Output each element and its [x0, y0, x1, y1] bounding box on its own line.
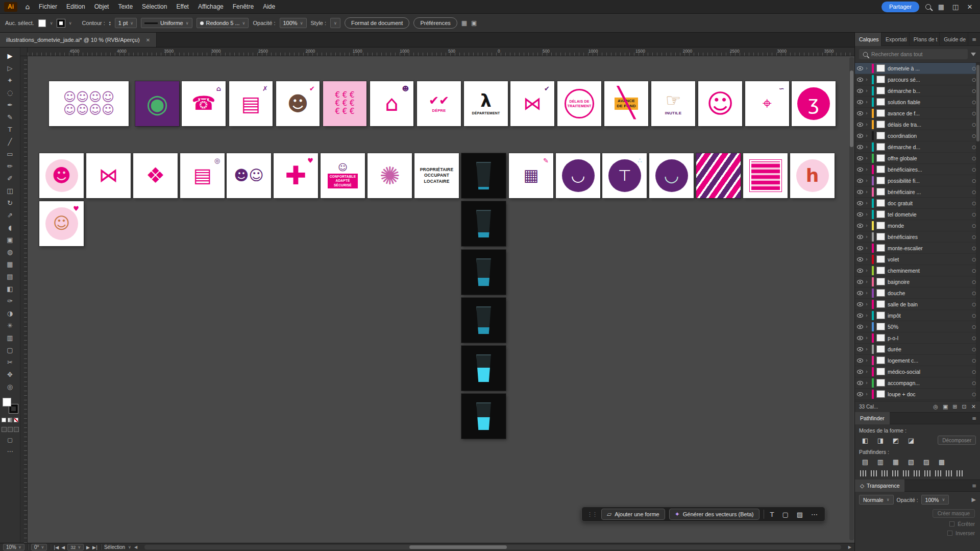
style-select[interactable]: ∨: [330, 18, 340, 28]
scrollbar-thumb[interactable]: [409, 545, 507, 549]
expand-chevron-icon[interactable]: ›: [866, 234, 869, 239]
artboard-washbasin[interactable]: ◡: [649, 153, 694, 198]
layer-row[interactable]: › impôt ○: [855, 310, 980, 321]
visibility-eye-icon[interactable]: [857, 325, 863, 329]
target-circle-icon[interactable]: ○: [972, 279, 976, 284]
expand-chevron-icon[interactable]: ›: [866, 369, 869, 374]
locate-object-icon[interactable]: ◎: [933, 403, 938, 410]
visibility-eye-icon[interactable]: [857, 347, 863, 351]
slice-tool[interactable]: ✂: [0, 356, 20, 368]
artboard-stairlift[interactable]: h: [790, 153, 835, 198]
expand-chevron-icon[interactable]: ›: [866, 166, 869, 172]
target-circle-icon[interactable]: ○: [972, 167, 976, 172]
expand-chevron-icon[interactable]: ›: [866, 211, 869, 217]
target-circle-icon[interactable]: ○: [972, 347, 976, 352]
artboard-two-people[interactable]: ☻☺: [227, 153, 271, 198]
clipping-mask-icon[interactable]: ▣: [943, 403, 948, 410]
pencil-tool[interactable]: ✐: [0, 172, 20, 184]
visibility-eye-icon[interactable]: [857, 179, 863, 183]
fill-color-swatch[interactable]: [3, 398, 11, 406]
clip-checkbox[interactable]: [949, 521, 954, 526]
stroke-profile-select[interactable]: Uniforme ∨: [141, 18, 192, 28]
artboard-glass-2[interactable]: [461, 201, 506, 246]
layers-search-input[interactable]: [871, 51, 964, 57]
expand-chevron-icon[interactable]: ›: [866, 88, 869, 93]
distribute-3-icon[interactable]: [946, 470, 952, 476]
expand-chevron-icon[interactable]: ›: [866, 178, 869, 183]
expand-chevron-icon[interactable]: ›: [866, 223, 869, 228]
merge-icon[interactable]: ▦: [890, 457, 902, 466]
more-options-icon[interactable]: ⋯: [809, 511, 820, 518]
panel-menu-icon[interactable]: ≡: [968, 36, 980, 42]
layer-name[interactable]: doc gratuit: [888, 200, 969, 206]
target-circle-icon[interactable]: ○: [972, 111, 976, 116]
artboard-window-blind[interactable]: [743, 153, 788, 198]
lasso-tool[interactable]: ◌: [0, 86, 20, 99]
target-circle-icon[interactable]: ○: [972, 291, 976, 296]
visibility-eye-icon[interactable]: [857, 212, 863, 217]
target-circle-icon[interactable]: ○: [972, 369, 976, 374]
expand-chevron-icon[interactable]: ›: [866, 189, 869, 195]
target-circle-icon[interactable]: ○: [972, 313, 976, 318]
expand-chevron-icon[interactable]: ›: [866, 200, 869, 206]
expand-chevron-icon[interactable]: ›: [866, 256, 869, 262]
artboard-smiley[interactable]: ☺: [698, 81, 742, 126]
artboard-baby[interactable]: ☺♥: [39, 201, 84, 246]
target-circle-icon[interactable]: ○: [972, 178, 976, 183]
layer-row[interactable]: › offre globale ○: [855, 153, 980, 164]
text-tool-button[interactable]: T: [768, 511, 776, 518]
target-circle-icon[interactable]: ○: [972, 100, 976, 105]
illustrator-logo[interactable]: Ai: [4, 2, 17, 12]
ruler-origin-corner[interactable]: [20, 47, 28, 56]
artboard-tool[interactable]: ▢: [0, 344, 20, 356]
layer-row[interactable]: › tel dometvie ○: [855, 209, 980, 220]
fill-stroke-swatches[interactable]: [3, 398, 18, 413]
eraser-tool[interactable]: ◫: [0, 184, 20, 197]
target-circle-icon[interactable]: ○: [972, 336, 976, 341]
target-circle-icon[interactable]: ○: [972, 358, 976, 363]
layer-name[interactable]: démarche d...: [888, 144, 969, 150]
outline-icon[interactable]: ▨: [920, 457, 933, 466]
layer-name[interactable]: cheminement: [888, 268, 969, 274]
artboard-magnifier-doc[interactable]: ▤◎: [180, 153, 225, 198]
visibility-eye-icon[interactable]: [857, 269, 863, 273]
menu-item[interactable]: Fenêtre: [228, 0, 258, 14]
canvas[interactable]: ⋮⋮ ▱ Ajouter une forme ✦ Générer des vec…: [28, 56, 854, 543]
unite-icon[interactable]: ◧: [859, 436, 871, 445]
target-circle-icon[interactable]: ○: [972, 145, 976, 150]
expand-chevron-icon[interactable]: ›: [866, 133, 869, 138]
expand-chevron-icon[interactable]: ›: [866, 268, 869, 273]
perspective-grid-tool[interactable]: ▦: [0, 258, 20, 270]
layer-row[interactable]: › doc gratuit ○: [855, 198, 980, 209]
fill-swatch[interactable]: [38, 19, 46, 27]
artboard-stamp-checks[interactable]: ✔✔DÉPRE: [417, 81, 461, 126]
layer-name[interactable]: avance de f...: [888, 110, 969, 116]
taskbar-handle[interactable]: ⋮⋮: [587, 511, 597, 518]
artboard-shower[interactable]: ⊤∴: [602, 153, 647, 198]
distribute-4-icon[interactable]: [957, 470, 963, 476]
panel-tab[interactable]: Calques: [855, 33, 881, 46]
target-circle-icon[interactable]: ○: [972, 133, 976, 138]
expand-chevron-icon[interactable]: ›: [866, 335, 869, 341]
menu-item[interactable]: Affichage: [193, 0, 228, 14]
draw-normal-icon[interactable]: [2, 427, 7, 432]
layer-row[interactable]: › avance de f... ○: [855, 108, 980, 119]
layer-row[interactable]: › cheminement ○: [855, 265, 980, 276]
pen-tool[interactable]: ✒: [0, 99, 20, 111]
layer-name[interactable]: parcours sé...: [888, 77, 969, 83]
expand-chevron-icon[interactable]: ›: [866, 245, 869, 251]
layer-row[interactable]: › démarche b... ○: [855, 85, 980, 97]
new-sublayer-icon[interactable]: ⊞: [952, 403, 957, 410]
scroll-left-icon[interactable]: ◀: [134, 545, 137, 549]
visibility-eye-icon[interactable]: [857, 370, 863, 374]
layers-scrollbar[interactable]: [976, 63, 980, 401]
delete-layer-icon[interactable]: ✕: [971, 403, 976, 410]
layer-name[interactable]: baignoire: [888, 279, 969, 285]
zoom-select[interactable]: 10% ∨: [3, 544, 24, 550]
shape-builder-tool[interactable]: ◍: [0, 246, 20, 258]
visibility-eye-icon[interactable]: [857, 246, 863, 250]
workspace-switcher-icon[interactable]: ◫: [951, 3, 960, 11]
make-mask-button[interactable]: Créer masque: [933, 509, 975, 518]
gradient-fill-icon[interactable]: [8, 418, 12, 422]
direct-selection-tool[interactable]: ▷: [0, 62, 20, 74]
